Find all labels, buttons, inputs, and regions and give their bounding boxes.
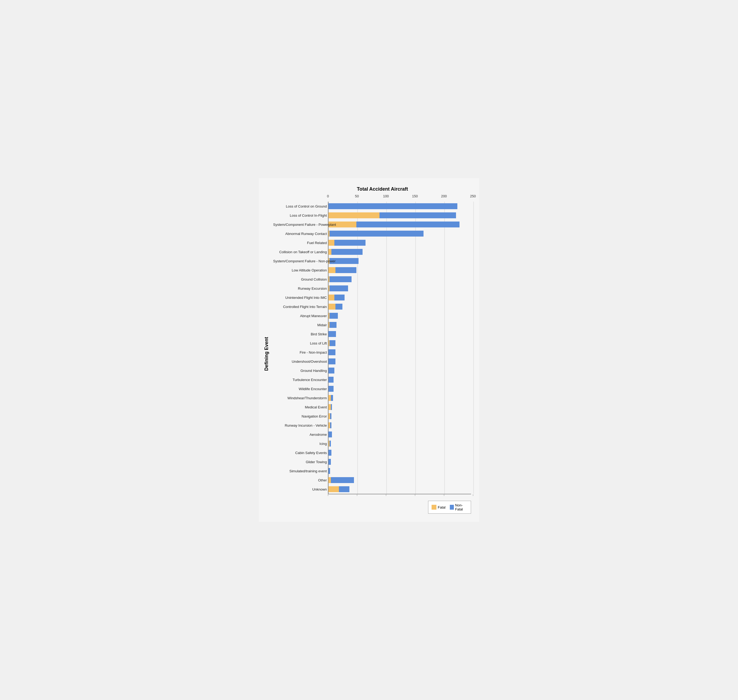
x-bottom-ticks — [328, 494, 471, 496]
bar-row: Loss of Lift — [328, 340, 471, 347]
bar-label: Low Altitude Operation — [273, 268, 327, 272]
chart-container: Total Accident Aircraft Defining Event 0… — [259, 178, 479, 522]
bar-label: Cabin Safety Events — [273, 451, 327, 455]
bar-label: Abrupt Maneuver — [273, 314, 327, 318]
chart-body: 050100150200250 Loss of Control on Groun… — [271, 194, 471, 514]
bars — [328, 450, 331, 456]
chart-area: Defining Event 050100150200250 Loss of C… — [262, 194, 471, 514]
bar-row: Icing — [328, 440, 471, 447]
bar-label: Bird Strike — [273, 332, 327, 336]
bar-row: Fuel Related — [328, 239, 471, 247]
bar-row: Loss of Control on Ground — [328, 203, 471, 210]
bar-label: Wildlife Encounter — [273, 387, 327, 391]
bar-nonfatal — [330, 313, 337, 319]
bar-nonfatal — [336, 267, 356, 273]
bar-label: Glider Towing — [273, 460, 327, 464]
bar-nonfatal — [328, 386, 334, 392]
bar-label: Loss of Lift — [273, 341, 327, 345]
legend-fatal-label: Fatal — [438, 505, 446, 509]
bars — [328, 276, 352, 282]
bar-label: Abnormal Runway Contact — [273, 232, 327, 236]
bars — [328, 231, 424, 237]
legend-nonfatal: Non-Fatal — [450, 503, 468, 511]
bar-nonfatal — [331, 477, 354, 483]
bar-nonfatal — [336, 304, 342, 310]
bar-fatal — [328, 477, 331, 483]
y-axis-label: Defining Event — [262, 194, 271, 514]
legend-nonfatal-box — [450, 505, 454, 510]
bar-fatal — [328, 267, 336, 273]
bar-label: Fuel Related — [273, 241, 327, 245]
bar-nonfatal — [330, 441, 331, 447]
bars — [328, 267, 356, 273]
bar-label: System/Component Failure - Powerplant — [273, 223, 327, 226]
bars — [328, 368, 334, 374]
bar-fatal — [328, 294, 334, 300]
bar-row: Abrupt Maneuver — [328, 312, 471, 319]
bars — [328, 313, 338, 319]
bar-label: Loss of Control In-Flight — [273, 213, 327, 218]
bar-nonfatal — [334, 294, 345, 300]
bar-nonfatal — [331, 249, 363, 255]
bar-label: Windshear/Thunderstorm — [273, 396, 327, 400]
bar-fatal — [328, 212, 380, 218]
x-tick-label: 200 — [441, 194, 447, 198]
bars — [328, 413, 331, 419]
bar-nonfatal — [328, 331, 336, 337]
bar-label: Runway Excursion — [273, 287, 327, 291]
x-axis-top: 050100150200250 — [328, 194, 471, 201]
bars — [328, 477, 354, 483]
bar-row: Simulated/training event — [328, 467, 471, 475]
bar-row: Unknown — [328, 485, 471, 493]
bar-fatal — [328, 240, 334, 246]
bar-row: Aerodrome — [328, 431, 471, 438]
bar-row: Other — [328, 476, 471, 484]
legend-nonfatal-label: Non-Fatal — [455, 503, 468, 511]
bars — [328, 468, 330, 474]
x-bottom-tick — [473, 494, 473, 496]
bars — [328, 331, 336, 337]
bar-nonfatal — [328, 431, 332, 437]
bar-nonfatal — [331, 404, 332, 410]
bar-nonfatal — [330, 340, 336, 346]
bar-label: Controlled Flight Into Terrain — [273, 305, 327, 309]
bar-nonfatal — [330, 231, 424, 237]
bars — [328, 359, 336, 364]
bar-fatal — [328, 249, 331, 255]
bars — [328, 441, 331, 447]
bar-row: Ground Collision — [328, 275, 471, 283]
bars — [328, 349, 336, 355]
bars — [328, 459, 331, 465]
bars — [328, 322, 336, 328]
bar-label: Aerodrome — [273, 432, 327, 437]
bar-row: Low Altitude Operation — [328, 266, 471, 274]
bar-row: System/Component Failure - Non-power — [328, 257, 471, 265]
bar-label: Icing — [273, 442, 327, 446]
bar-fatal — [328, 404, 331, 410]
bar-row: Abnormal Runway Contact — [328, 230, 471, 237]
bar-label: Turbulence Encounter — [273, 378, 327, 382]
bar-label: Runway Incursion - Vehicle — [273, 424, 327, 428]
bars — [328, 395, 333, 401]
bar-row: Navigation Error — [328, 412, 471, 420]
bar-nonfatal — [330, 276, 352, 282]
bar-nonfatal — [328, 377, 334, 382]
x-tick-label: 0 — [327, 194, 329, 198]
bar-row: Undershoot/Overshoot — [328, 358, 471, 365]
bar-nonfatal — [330, 422, 331, 428]
chart-title: Total Accident Aircraft — [294, 186, 471, 192]
bars — [328, 249, 362, 255]
bar-label: Navigation Error — [273, 414, 327, 418]
bars — [328, 404, 332, 410]
bar-nonfatal — [339, 486, 349, 492]
bar-nonfatal — [330, 413, 331, 419]
bar-row: Windshear/Thunderstorm — [328, 394, 471, 402]
bar-label: System/Component Failure - Non-power — [273, 259, 327, 263]
x-tick-label: 250 — [470, 194, 476, 198]
legend-fatal: Fatal — [432, 505, 446, 510]
bar-fatal — [328, 304, 336, 310]
bar-row: Runway Incursion - Vehicle — [328, 422, 471, 429]
bar-nonfatal — [328, 359, 336, 364]
bar-row: Controlled Flight Into Terrain — [328, 303, 471, 310]
legend-fatal-box — [432, 505, 436, 510]
